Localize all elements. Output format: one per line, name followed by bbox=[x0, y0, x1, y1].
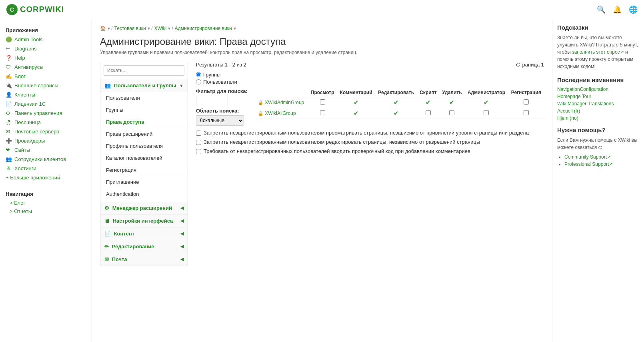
nav-item-groups[interactable]: Группы bbox=[100, 104, 188, 116]
permissions-table-wrapper: Просмотр Комментарий Редактировать Скрип… bbox=[256, 88, 544, 125]
extra-check-item-3: Требовать от незарегистрированных пользо… bbox=[196, 148, 544, 154]
recent-link-2[interactable]: Wiki Manager Translations bbox=[557, 101, 639, 107]
ext-manager-section[interactable]: ⚙ Менеджер расширений ◀ bbox=[100, 202, 188, 215]
perm-edit[interactable]: ✔ bbox=[375, 97, 417, 108]
radio-groups[interactable]: Группы bbox=[196, 72, 544, 78]
sidebar-item-label: Diagrams bbox=[14, 46, 37, 52]
editing-section[interactable]: ✏ Редактирование ◀ bbox=[100, 240, 188, 253]
sidebar-nav-reports[interactable]: > Отчеты bbox=[0, 207, 92, 215]
users-groups-section[interactable]: 👥 Пользователи и Группы ▼ bbox=[100, 79, 188, 92]
sidebar-item-sites[interactable]: ❤ Сайты bbox=[0, 145, 92, 155]
perm2-register[interactable] bbox=[508, 108, 544, 119]
extra-check-2[interactable] bbox=[196, 140, 201, 145]
sidebar-item-mail[interactable]: ✉ Почтовые сервера bbox=[0, 127, 92, 136]
recent-link-1[interactable]: Homepage Tour bbox=[557, 94, 639, 99]
perm2-register-check[interactable] bbox=[524, 110, 529, 115]
perm-comment[interactable]: ✔ bbox=[337, 97, 375, 108]
filter-scope-select[interactable]: ЛокальныеГлобальныеВсе bbox=[196, 115, 244, 126]
perm2-edit[interactable]: ✔ bbox=[375, 108, 417, 119]
sidebar-item-staff[interactable]: 👥 Сотрудники клиентов bbox=[0, 155, 92, 164]
home-icon[interactable]: 🏠 bbox=[100, 26, 106, 31]
radio-users[interactable]: Пользователи bbox=[196, 79, 544, 85]
sidebar-item-antivirus[interactable]: 🛡 Антивирусы bbox=[0, 62, 92, 72]
top-nav-icons: 🔍 🔔 🌐 bbox=[597, 5, 638, 14]
perm-delete[interactable]: ✔ bbox=[439, 97, 464, 108]
globe-icon[interactable]: 🌐 bbox=[629, 5, 638, 14]
perm2-view[interactable] bbox=[308, 108, 337, 119]
nav-item-directory[interactable]: Каталог пользователей bbox=[100, 152, 188, 164]
sidebar-item-help[interactable]: ❓ Help bbox=[0, 53, 92, 62]
sidebar-nav-blog[interactable]: > Блог bbox=[0, 199, 92, 207]
interface-section[interactable]: 🖥 Настройки интерфейса ◀ bbox=[100, 215, 188, 227]
sidebar-item-panel[interactable]: ⚙ Панель управления bbox=[0, 109, 92, 118]
filter-search-input[interactable] bbox=[196, 96, 228, 106]
nav-item-profile[interactable]: Профиль пользователя bbox=[100, 140, 188, 152]
perm-script[interactable]: ✔ bbox=[417, 97, 439, 108]
perm2-comment[interactable]: ✔ bbox=[337, 108, 375, 119]
perm-view-check[interactable] bbox=[320, 99, 325, 105]
antivirus-icon: 🛡 bbox=[6, 64, 12, 70]
professional-support-link[interactable]: Professional Support↗ bbox=[564, 161, 613, 167]
group-name-link[interactable]: XWikiAdminGroup bbox=[265, 100, 304, 105]
perm2-admin-check[interactable] bbox=[484, 110, 489, 115]
sidebar-item-diagrams[interactable]: ⊢ Diagrams bbox=[0, 44, 92, 53]
external-icon: 🔌 bbox=[6, 82, 12, 89]
nav-item-rights[interactable]: Права доступа bbox=[100, 116, 188, 128]
sidebar-item-sandbox[interactable]: 🏖 Песочница bbox=[0, 118, 92, 127]
more-apps-link[interactable]: + Больше приложений bbox=[0, 173, 92, 182]
table-row: 🔒 XWikiAdminGroup ✔ ✔ ✔ ✔ ✔ bbox=[256, 97, 544, 108]
perm2-script-check[interactable] bbox=[426, 110, 431, 115]
search-icon[interactable]: 🔍 bbox=[597, 5, 606, 14]
nav-item-invite[interactable]: Приглашение bbox=[100, 176, 188, 188]
perm-view[interactable] bbox=[308, 97, 337, 108]
perm-register[interactable] bbox=[508, 97, 544, 108]
extra-check-1[interactable] bbox=[196, 131, 201, 136]
admin-search-input[interactable] bbox=[104, 65, 184, 76]
sidebar-item-hosting[interactable]: 🖥 Хостинги bbox=[0, 164, 92, 173]
perm2-view-check[interactable] bbox=[320, 110, 325, 115]
help-text: Если Вам нужна помощь с XWiki вы можете … bbox=[557, 137, 639, 151]
recent-link-4[interactable]: Hjem (no) bbox=[557, 115, 639, 121]
tips-survey-link[interactable]: заполнить этот опрос↗ bbox=[572, 49, 625, 55]
sidebar-item-label: Внешние сервисы bbox=[14, 82, 58, 89]
nav-item-registration[interactable]: Регистрация bbox=[100, 164, 188, 176]
logo[interactable]: C CORPWIKI bbox=[6, 4, 64, 15]
perm2-edit-check: ✔ bbox=[394, 110, 399, 117]
nav-item-ext-rights[interactable]: Права расширений bbox=[100, 128, 188, 140]
group-icon: 🔒 bbox=[258, 100, 264, 105]
content-section[interactable]: 📄 Контент ◀ bbox=[100, 227, 188, 240]
perm2-delete[interactable] bbox=[439, 108, 464, 119]
col-edit: Редактировать bbox=[375, 88, 417, 97]
perm-comment-check: ✔ bbox=[354, 99, 359, 106]
community-support-link[interactable]: Community Support↗ bbox=[564, 154, 611, 160]
recent-link-0[interactable]: NavigationConfiguration bbox=[557, 87, 639, 92]
nav-item-authentication[interactable]: Authentication bbox=[100, 188, 188, 200]
recent-link-3[interactable]: Accueil (fr) bbox=[557, 108, 639, 114]
perm-admin[interactable]: ✔ bbox=[464, 97, 508, 108]
perm-register-check[interactable] bbox=[524, 99, 529, 105]
breadcrumb-xwiki[interactable]: XWiki bbox=[154, 26, 167, 31]
sidebar-item-label: Панель управления bbox=[14, 110, 62, 116]
mail-section[interactable]: ✉ Почта ◀ bbox=[100, 253, 188, 266]
extra-check-3[interactable] bbox=[196, 149, 201, 154]
sidebar-item-providers[interactable]: ➕ Провайдеры bbox=[0, 136, 92, 145]
group-name-cell2: 🔒 XWikiAllGroup bbox=[256, 108, 308, 119]
bell-icon[interactable]: 🔔 bbox=[613, 5, 622, 14]
sidebar-item-label: Песочница bbox=[14, 119, 41, 125]
radio-groups-input[interactable] bbox=[196, 72, 201, 77]
perm2-script[interactable] bbox=[417, 108, 439, 119]
radio-users-input[interactable] bbox=[196, 79, 201, 84]
sidebar-item-clients[interactable]: 👤 Клиенты bbox=[0, 90, 92, 99]
nav-item-users[interactable]: Пользователи bbox=[100, 92, 188, 104]
sidebar-item-blog[interactable]: ✍ Блог bbox=[0, 72, 92, 81]
breadcrumb-testwiki[interactable]: Тестовая вики bbox=[114, 26, 146, 31]
perm2-delete-check[interactable] bbox=[449, 110, 454, 115]
mail-section-label: ✉ Почта bbox=[104, 256, 127, 262]
group-name-link2[interactable]: XWikiAllGroup bbox=[265, 111, 296, 116]
sidebar-item-admin-tools[interactable]: 🟢 Admin Tools bbox=[0, 35, 92, 44]
sidebar-item-external[interactable]: 🔌 Внешние сервисы bbox=[0, 81, 92, 90]
perm2-admin[interactable] bbox=[464, 108, 508, 119]
breadcrumb-admin[interactable]: Администрирование вики bbox=[175, 26, 232, 31]
breadcrumb: 🏠 ▾ / Тестовая вики ▾ / XWiki ▾ / Админи… bbox=[100, 26, 544, 31]
sidebar-item-licenses[interactable]: 📄 Лицензии 1С bbox=[0, 99, 92, 109]
